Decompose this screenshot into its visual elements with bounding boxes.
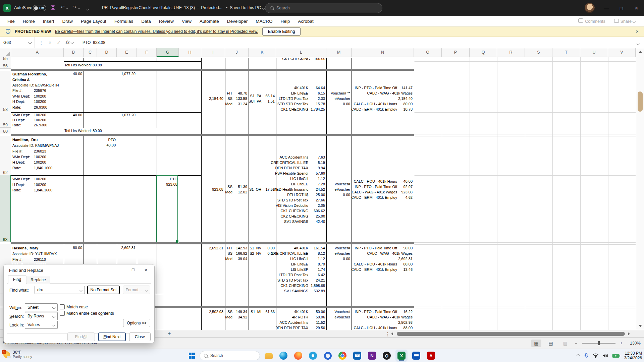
find-replace-dialog[interactable]: Find and Replace — □ × Find Replace Find… <box>3 264 155 343</box>
column-header-S[interactable]: S <box>525 48 552 57</box>
row-header-56[interactable]: 56 <box>0 61 11 69</box>
scroll-up-icon[interactable] <box>639 51 642 53</box>
outlook-icon[interactable] <box>351 350 363 362</box>
close-dialog-button[interactable]: Close <box>129 333 151 341</box>
cell-B64-hours[interactable]: 80.00 <box>64 246 82 250</box>
column-header-H[interactable]: H <box>179 48 201 57</box>
cell-A58-employee-name[interactable]: Guzman Florentino,Cristina A <box>12 71 63 82</box>
column-header-K[interactable]: K <box>249 48 276 57</box>
volume-icon[interactable] <box>603 353 608 358</box>
q-app-icon[interactable]: Q <box>381 350 393 362</box>
wifi-icon[interactable] <box>593 353 599 358</box>
scroll-options-icon[interactable]: ⋮ <box>385 331 390 337</box>
cell-M66-voucher[interactable]: Voucher#eVoucher <box>327 308 351 330</box>
column-header-C[interactable]: C <box>84 48 97 57</box>
select-all-corner[interactable] <box>0 48 11 57</box>
column-header-Q[interactable]: Q <box>470 48 497 57</box>
menu-tab-macro[interactable]: MACRO <box>252 19 276 24</box>
find-all-button[interactable]: Find All <box>67 333 95 341</box>
cell-M63-voucher[interactable]: Voucher#eVoucher0.00 <box>327 136 351 242</box>
weather-widget[interactable]: 1 36°FPartly sunny <box>3 350 32 359</box>
cell-N64-memos[interactable]: INP - PTO - Paid Time Off50.00CALC - WAG… <box>352 244 414 306</box>
qat-customize-icon[interactable] <box>85 6 89 11</box>
file-explorer-icon[interactable] <box>263 350 275 362</box>
normal-view-icon[interactable]: ▦ <box>531 340 541 347</box>
column-header-V[interactable]: V <box>608 48 636 57</box>
name-box[interactable]: G63 <box>0 37 35 48</box>
cell-B56-totl-hours[interactable]: Totl Hrs Worked: 80.98 <box>64 62 199 68</box>
cell-L64-deductions[interactable]: 4K 401K161.54CRE CRITICAL ILL EE8.12LIC … <box>276 244 326 306</box>
column-header-G[interactable]: G <box>157 48 179 57</box>
cell-L63-deductions[interactable]: ACC Accident Ins7.63CRE CRITICAL ILL EE5… <box>276 136 326 242</box>
menu-tab-review[interactable]: Review <box>155 19 178 24</box>
cell-K58-state-taxes[interactable]: S1 PA66.14SUI PA1.51 <box>249 71 276 134</box>
expand-formula-bar-icon[interactable] <box>636 41 639 46</box>
database-app-icon[interactable] <box>410 350 422 362</box>
options-button[interactable]: Options << <box>123 319 150 327</box>
menu-tab-home[interactable]: Home <box>19 19 39 24</box>
menu-tab-view[interactable]: View <box>178 19 196 24</box>
start-button[interactable] <box>187 351 197 361</box>
avatar[interactable] <box>585 3 595 13</box>
horizontal-scroll-thumb[interactable] <box>397 332 625 336</box>
cell-I63-net-pay[interactable]: 923.08 <box>202 136 224 242</box>
search-select[interactable]: By Rows <box>25 312 58 320</box>
vertical-scroll-thumb[interactable] <box>638 92 643 112</box>
scroll-right-icon[interactable] <box>628 332 630 336</box>
zoom-out-icon[interactable]: − <box>575 341 577 346</box>
column-header-E[interactable]: E <box>117 48 137 57</box>
row-header-58[interactable]: 58 <box>0 71 11 112</box>
protected-view-close-icon[interactable]: × <box>636 28 639 34</box>
dialog-title[interactable]: Find and Replace <box>9 268 43 273</box>
cell-I64-net-pay[interactable]: 2,692.31 <box>202 244 224 306</box>
column-header-M[interactable]: M <box>326 48 352 57</box>
scroll-left-icon[interactable] <box>391 332 393 336</box>
close-button[interactable]: × <box>629 0 644 16</box>
teams-icon[interactable] <box>307 350 319 362</box>
within-select[interactable]: Sheet <box>25 303 58 311</box>
save-icon[interactable] <box>50 5 56 10</box>
zoom-slider-thumb[interactable] <box>598 341 600 345</box>
cell-M58-voucher[interactable]: Voucher# **eVoucher0.00 <box>327 71 351 134</box>
cell-J58-fed-taxes[interactable]: FIT48.78SS133.58Med31.24 <box>225 71 248 134</box>
acrobat-icon[interactable]: A <box>425 350 437 362</box>
title-search-box[interactable]: Search <box>265 3 382 13</box>
taskbar-search[interactable]: Search <box>200 351 260 360</box>
cell-L58-deductions[interactable]: 4K 401K64.64LIF LifeEE6.15LTD LTD Post T… <box>276 71 326 134</box>
row-header-63[interactable]: 63 <box>0 175 11 242</box>
column-header-D[interactable]: D <box>97 48 117 57</box>
column-header-I[interactable]: I <box>201 48 225 57</box>
match-entire-checkbox[interactable] <box>60 311 65 316</box>
autosave-toggle[interactable]: Off <box>33 5 46 11</box>
cell-B59-hours[interactable]: 40.00 <box>64 113 82 117</box>
cell-E58-earnings[interactable]: 1,077.20 <box>117 72 136 76</box>
enable-editing-button[interactable]: Enable Editing <box>262 27 301 36</box>
cell-N63-memos[interactable]: CALC - HOU - 401k Hours40.00INP - PTO - … <box>352 136 414 242</box>
dialog-close-icon[interactable]: × <box>141 267 151 273</box>
cell-I58-net-pay[interactable]: 2,154.40 <box>202 71 224 134</box>
chrome-icon[interactable] <box>336 350 348 362</box>
column-headers[interactable]: ABCDEFGHIJKLMNOPQRSTUV <box>0 48 636 57</box>
zoom-slider[interactable] <box>582 343 615 344</box>
cell-E64-earnings[interactable]: 2,692.31 <box>117 246 136 250</box>
menu-tab-formulas[interactable]: Formulas <box>110 19 137 24</box>
cell-E59-earnings[interactable]: 1,077.20 <box>117 113 136 117</box>
menu-tab-developer[interactable]: Developer <box>223 19 252 24</box>
menu-tab-page-layout[interactable]: Page Layout <box>77 19 110 24</box>
look-in-select[interactable]: Values <box>25 321 58 329</box>
column-header-A[interactable]: A <box>11 48 64 57</box>
dialog-maximize-icon[interactable]: □ <box>128 267 138 272</box>
column-header-T[interactable]: T <box>552 48 580 57</box>
menu-tab-data[interactable]: Data <box>137 19 155 24</box>
excel-taskbar-icon[interactable]: X <box>395 350 408 362</box>
cell-D62-pto[interactable]: PTO40.00 <box>97 137 116 148</box>
cell-B60-totl-hours[interactable]: Totl Hrs Worked: 80.00 <box>64 128 199 134</box>
menu-tab-file[interactable]: File <box>3 19 19 24</box>
format-button[interactable]: Format... <box>123 286 150 294</box>
column-header-B[interactable]: B <box>64 48 84 57</box>
firefox-icon[interactable] <box>292 350 304 362</box>
cell-M64-voucher[interactable]: Voucher#eVoucher0.00 <box>327 244 351 306</box>
cell-A64-employee-name[interactable]: Haskins, Mary <box>12 245 63 251</box>
page-break-view-icon[interactable]: ▥ <box>560 340 570 347</box>
menu-tab-draw[interactable]: Draw <box>58 19 77 24</box>
